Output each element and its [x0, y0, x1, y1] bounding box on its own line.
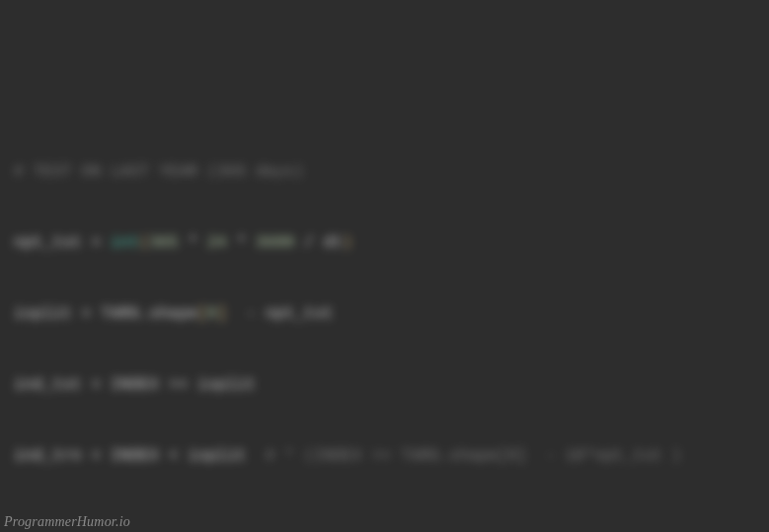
code-ident: isplit — [188, 447, 246, 465]
code-builtin: int — [111, 234, 139, 252]
code-op: >= — [159, 376, 197, 394]
code-ident: ind_trn — [14, 447, 82, 465]
code-ident: INDEX — [111, 376, 159, 394]
code-comment: # TEST ON LAST YEAR (365 days) — [14, 163, 304, 181]
watermark-label: ProgrammerHumor.io — [4, 514, 130, 530]
paren-icon: ( — [139, 234, 149, 252]
bracket-icon: ] — [217, 305, 227, 323]
code-ident: dt — [324, 234, 344, 252]
code-number: 24 — [207, 234, 227, 252]
code-op: * — [227, 234, 256, 252]
code-op: * — [179, 234, 207, 252]
code-ident: ind_tst — [14, 376, 82, 394]
blurred-code-top: # TEST ON LAST YEAR (365 days) npt_tst =… — [14, 113, 755, 515]
code-op: = — [72, 305, 101, 323]
code-ident: INDEX — [111, 447, 159, 465]
code-op: / — [294, 234, 323, 252]
code-ident: npt_tst — [14, 234, 82, 252]
code-number: 3600 — [256, 234, 294, 252]
paren-icon: ) — [343, 234, 352, 252]
code-op: = — [82, 234, 111, 252]
code-comment: # * (INDEX >= TARG.shape[0] - 10*npt_tst… — [246, 447, 681, 465]
code-ident: shape — [149, 305, 197, 323]
code-ident: isplit — [14, 305, 72, 323]
code-punct: . — [139, 305, 149, 323]
code-ident: TARG — [101, 305, 139, 323]
bracket-icon: [ — [197, 305, 207, 323]
code-ident: isplit — [197, 376, 256, 394]
code-op: = — [82, 447, 111, 465]
code-ident: - npt_tst — [227, 305, 334, 323]
code-op: = — [82, 376, 111, 394]
code-op: < — [159, 447, 188, 465]
code-editor[interactable]: # TEST ON LAST YEAR (365 days) npt_tst =… — [0, 0, 769, 532]
code-number: 0 — [207, 305, 217, 323]
code-number: 365 — [149, 234, 178, 252]
